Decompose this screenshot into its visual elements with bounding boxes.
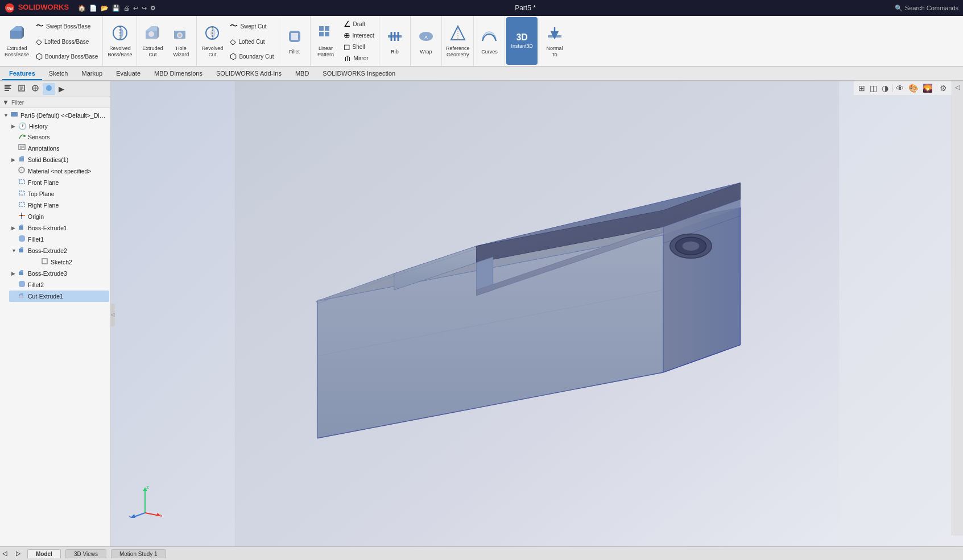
save-icon[interactable]: 💾 [112,5,120,12]
view-settings-icon[interactable]: ⚙ [939,82,948,94]
lofted-cut-button[interactable]: ◇ Lofted Cut [226,36,277,47]
swept-boss-icon: 〜 [36,21,44,31]
tree-item-annotations[interactable]: Annotations [9,143,109,154]
tab-solidworks-inspection[interactable]: SOLIDWORKS Inspection [316,68,402,80]
feature-manager-icon[interactable] [2,83,14,95]
rib-label: Rib [391,49,399,55]
tab-markup[interactable]: Markup [75,68,110,80]
quick-toolbar[interactable]: 🏠 📄 📂 💾 🖨 ↩ ↪ ⚙ [78,5,156,12]
new-icon[interactable]: 📄 [89,5,97,12]
tab-sketch[interactable]: Sketch [42,68,75,80]
boss-extrude1-label: Boss-Extrude1 [28,225,67,231]
draft-button[interactable]: ∠ Draft [340,18,378,30]
tree-item-fillet1[interactable]: Fillet1 [9,234,109,245]
instant3d-button[interactable]: 3D Instant3D [506,17,538,65]
edit-appearance-icon[interactable]: 🎨 [907,82,919,94]
shell-button[interactable]: ◻ Shell [340,41,378,52]
property-manager-icon[interactable] [15,83,28,95]
tree-item-origin[interactable]: Origin [9,211,109,222]
undo-icon[interactable]: ↩ [133,5,138,12]
rp-icon-1[interactable]: ◁ [954,84,961,91]
tree-item-material[interactable]: Material <not specified> [9,165,109,177]
tree-item-sensors[interactable]: Sensors [9,131,109,143]
swept-cut-button[interactable]: 〜 Swept Cut [226,20,277,32]
tree-item-cut-extrude1[interactable]: Cut-Extrude1 [9,291,109,302]
redo-icon[interactable]: ↪ [142,5,147,12]
lofted-boss-button[interactable]: ◇ Lofted Boss/Base [32,36,101,47]
options-icon[interactable]: ⚙ [150,5,156,12]
print-icon[interactable]: 🖨 [123,5,130,12]
status-left-icon[interactable]: ◁ [0,550,9,557]
home-icon[interactable]: 🏠 [78,5,86,12]
appearance-manager-icon[interactable] [43,83,55,95]
boss-submenu: 〜 Swept Boss/Base ◇ Lofted Boss/Base ⬡ B… [32,17,101,65]
mirror-button[interactable]: ⫙ Mirror [340,52,378,64]
tree-item-history[interactable]: ▶ 🕐 History [9,121,109,131]
revolved-cut-button[interactable]: RevolvedCut [198,17,226,65]
tree-item-front-plane[interactable]: Front Plane [9,177,109,188]
intersect-button[interactable]: ⊕ Intersect [340,30,378,41]
revolved-boss-button[interactable]: RevolvedBoss/Base [104,17,135,65]
status-tab-motion-study[interactable]: Motion Study 1 [111,549,166,558]
status-tab-model[interactable]: Model [27,549,61,558]
search-icon: 🔍 [895,5,903,12]
tree-item-top-plane[interactable]: Top Plane [9,188,109,200]
status-tab-3dviews[interactable]: 3D Views [65,549,106,558]
linear-pattern-button[interactable]: LinearPattern [312,17,340,65]
tab-evaluate[interactable]: Evaluate [109,68,147,80]
boundary-cut-button[interactable]: ⬡ Boundary Cut [226,51,277,62]
viewport[interactable]: ⊞ ◫ ◑ 👁 🎨 🌄 ⚙ [111,81,963,548]
intersect-icon: ⊕ [344,31,350,40]
tree-item-solid-bodies[interactable]: ▶ Solid Bodies(1) [9,154,109,165]
tab-mbd-dimensions[interactable]: MBD Dimensions [147,68,209,80]
open-icon[interactable]: 📂 [101,5,109,12]
ribbon-section-wrap: A Wrap [411,16,442,66]
tree-item-boss-extrude3[interactable]: ▶ Boss-Extrude3 [9,268,109,279]
section-view-icon[interactable]: ◫ [869,82,878,94]
wrap-button[interactable]: A Wrap [412,17,440,65]
tree-item-sketch2[interactable]: Sketch2 [17,256,109,268]
tree-item-boss-extrude2[interactable]: ▼ Boss-Extrude2 [9,245,109,256]
filter-icon: ▼ [2,98,9,106]
status-bar: ◁ ▷ Model 3D Views Motion Study 1 [0,546,963,560]
svg-marker-63 [19,225,23,226]
tree-item-boss-extrude1[interactable]: ▶ Boss-Extrude1 [9,222,109,234]
tree-item-right-plane[interactable]: Right Plane [9,200,109,211]
svg-rect-32 [548,35,561,38]
svg-marker-66 [19,247,23,249]
svg-point-10 [148,31,154,37]
search-area[interactable]: 🔍 Search Commands [895,5,958,12]
extruded-boss-button[interactable]: ExtrudedBoss/Base [1,17,32,65]
svg-marker-4 [22,26,24,39]
feature-tree[interactable]: ▼ Part5 (Default) <<Default>_Display Sta… [0,108,110,548]
swept-boss-button[interactable]: 〜 Swept Boss/Base [32,20,101,32]
display-style-icon[interactable]: ◑ [881,82,890,94]
search-label[interactable]: Search Commands [905,5,958,11]
tree-root[interactable]: ▼ Part5 (Default) <<Default>_Display Sta… [1,109,109,121]
ribbon-section-pattern: LinearPattern ∠ Draft ⊕ Intersect ◻ Shel… [311,16,379,66]
tab-solidworks-addins[interactable]: SOLIDWORKS Add-Ins [209,68,288,80]
apply-scene-icon[interactable]: 🌄 [921,82,933,94]
hole-wizard-button[interactable]: HoleWizard [167,17,195,65]
hide-show-icon[interactable]: 👁 [895,82,905,94]
origin-label: Origin [28,213,44,220]
view-orientation-icon[interactable]: ⊞ [857,82,866,94]
curves-button[interactable]: Curves [475,17,503,65]
configuration-manager-icon[interactable] [29,83,42,95]
window-title: Part5 * [156,4,895,12]
boundary-boss-button[interactable]: ⬡ Boundary Boss/Base [32,51,101,62]
reference-geometry-button[interactable]: ReferenceGeometry [443,17,473,65]
normal-to-button[interactable]: NormalTo [540,17,569,65]
svg-rect-58 [19,202,24,206]
status-right-icon[interactable]: ▷ [14,550,23,557]
tab-mbd[interactable]: MBD [288,68,316,80]
custom-properties-icon[interactable]: ▶ [56,84,67,94]
fillet-button[interactable]: Fillet [280,17,309,65]
tab-features[interactable]: Features [2,68,42,80]
draft-label: Draft [353,21,366,27]
collapse-panel-handle[interactable]: ◁ [110,304,115,326]
extruded-cut-button[interactable]: ExtrudedCut [138,17,167,65]
tree-item-fillet2[interactable]: Fillet2 [9,279,109,291]
hole-wizard-icon [172,24,190,44]
rib-button[interactable]: Rib [381,17,409,65]
